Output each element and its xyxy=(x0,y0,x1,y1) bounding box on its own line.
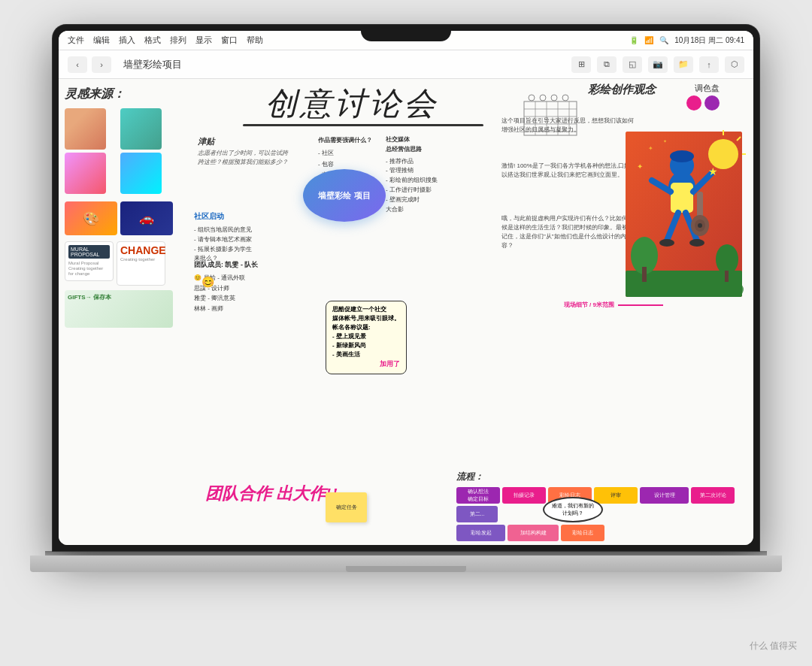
notes-section: 津贴 志愿者付出了少时间，可以尝试跨跨这些？根据预算我们能贴多少？ xyxy=(198,135,288,168)
mural-figure: ★ xyxy=(626,109,746,297)
menubar-right: 🔋 📶 🔍 10月18日 周二 09:41 xyxy=(629,35,744,46)
svg-text:✦: ✦ xyxy=(648,145,653,152)
site-annotation: 现场细节 / 9米范围 xyxy=(564,301,663,309)
svg-point-10 xyxy=(540,95,546,101)
kanban-card-2: 拍摄记录 xyxy=(502,487,546,504)
kanban-row-2: 彩绘发起 加结构构建 彩绘日志 xyxy=(456,525,750,541)
svg-point-35 xyxy=(698,223,702,228)
svg-rect-37 xyxy=(642,267,647,282)
toolbar: ‹ › 墙壁彩绘项目 ⊞ ⧉ ◱ 📷 📁 ↑ ⬡ xyxy=(59,50,753,79)
color-palette: 调色盘 xyxy=(686,83,720,110)
image-graffiti1 xyxy=(120,108,162,150)
left-panel-title: 灵感来源： xyxy=(65,86,173,102)
image-grid xyxy=(65,108,173,194)
menu-window[interactable]: 窗口 xyxy=(221,35,238,46)
right-title: 彩绘创作观念 xyxy=(588,83,656,97)
watermark: 什么 值得买 xyxy=(750,640,797,652)
watermark-site: 值得买 xyxy=(770,640,797,651)
menu-arrange[interactable]: 排列 xyxy=(170,35,186,46)
change-text: CHANGE xyxy=(120,245,162,256)
palette-circle-pink xyxy=(686,95,701,110)
svg-rect-24 xyxy=(671,183,693,213)
share-button[interactable]: ↑ xyxy=(699,56,719,73)
svg-point-11 xyxy=(551,95,557,101)
toolbar-icons: ⊞ ⧉ ◱ 📷 📁 ↑ ⬡ xyxy=(571,56,744,73)
palette-circles xyxy=(686,95,720,110)
bottom-note-bubble: 难道，我们有新的计划吗？ xyxy=(543,497,603,522)
copy-button[interactable]: ⧉ xyxy=(597,56,617,73)
image-people xyxy=(65,108,106,150)
flow-section: 流程： 确认想法确定目标 拍摄记录 彩绘日志 评审 设计管理 第二次讨论 第二.… xyxy=(456,471,750,541)
kanban-card-7: 第二... xyxy=(456,506,498,522)
svg-point-38 xyxy=(716,244,738,274)
mindmap-center: 墙壁彩绘 项目 xyxy=(303,169,386,222)
image-mural xyxy=(120,153,162,194)
camera-button[interactable]: 📷 xyxy=(648,56,668,73)
svg-text:✦: ✦ xyxy=(663,139,667,144)
community-section: 社区启动 - 组织当地居民的意见 - 请专辑本地艺术画家 - 拓展长摄影多为学生… xyxy=(194,210,252,264)
screen: 文件 编辑 插入 格式 排列 显示 窗口 帮助 🔋 📶 🔍 10月18日 周二 … xyxy=(59,31,753,545)
image-colorful: 🎨 xyxy=(65,201,117,235)
main-title: 创意讨论会 xyxy=(265,83,438,125)
doc-section: MURALPROPOSAL Mural ProposalCreating tog… xyxy=(65,241,173,328)
menu-insert[interactable]: 插入 xyxy=(119,35,135,46)
kanban-card-8: 彩绘发起 xyxy=(456,525,505,541)
main-canvas: 创意讨论会 津贴 志愿者付出了少时间，可以尝试跨跨这些？根据预算我们能贴多少？ … xyxy=(175,79,753,545)
status-wifi: 📶 xyxy=(644,36,653,44)
kanban-card-9: 加结构构建 xyxy=(508,525,559,541)
image-graffiti2 xyxy=(65,153,106,194)
smiley-icon: 😊 xyxy=(201,276,214,288)
title-underline xyxy=(243,124,483,126)
menu-view[interactable]: 显示 xyxy=(195,35,212,46)
menu-file[interactable]: 文件 xyxy=(68,35,84,46)
grid-view-button[interactable]: ⊞ xyxy=(571,56,591,73)
laptop-base xyxy=(30,556,782,572)
kanban-card-5: 设计管理 xyxy=(640,487,689,504)
status-battery: 🔋 xyxy=(629,36,638,44)
palette-label: 调色盘 xyxy=(695,83,720,94)
big-team-text: 团队合作 出大作!! xyxy=(205,484,338,504)
social-bubble: 思酷促建立一个社交媒体帐号,用来吸引眼球。帐名各称议题:- 壁上观见景- 新绿新… xyxy=(326,301,407,374)
kanban-board: 确认想法确定目标 拍摄记录 彩绘日志 评审 设计管理 第二次讨论 第二... xyxy=(456,487,750,522)
mindmap-label: 墙壁彩绘 项目 xyxy=(318,190,370,201)
right-desc-3: 哦，与此前提虚构用户实现许们有什么？比如何时候是这样的生活生活？我们把时候的印象… xyxy=(501,214,637,250)
svg-point-30 xyxy=(659,239,674,247)
watermark-prefix: 什么 xyxy=(750,640,768,651)
frame-button[interactable]: ◱ xyxy=(623,56,642,73)
kanban-card-10: 彩绘日志 xyxy=(561,525,604,541)
svg-point-15 xyxy=(708,139,738,169)
svg-point-12 xyxy=(562,95,568,101)
back-button[interactable]: ‹ xyxy=(68,56,87,73)
social-media-section: 社交媒体总经营信思路 - 推荐作品 - 管理推销 - 彩绘前的组织搜集 - 工作… xyxy=(386,135,438,214)
notch xyxy=(361,25,451,41)
image-car: 🚗 xyxy=(120,201,173,235)
svg-point-31 xyxy=(689,239,704,247)
sticky-yellow-1[interactable]: 确定任务 xyxy=(326,492,367,522)
kanban-card-1: 确认想法确定目标 xyxy=(456,487,500,504)
menu-format[interactable]: 格式 xyxy=(144,35,161,46)
laptop-container: 文件 编辑 插入 格式 排列 显示 窗口 帮助 🔋 📶 🔍 10月18日 周二 … xyxy=(38,25,774,641)
canvas-area[interactable]: 灵感来源： 🎨 🚗 xyxy=(59,79,753,545)
folder-button[interactable]: 📁 xyxy=(674,56,693,73)
status-time: 10月18日 周二 09:41 xyxy=(674,35,744,46)
menu-edit[interactable]: 编辑 xyxy=(93,35,110,46)
forward-button[interactable]: › xyxy=(92,56,111,73)
external-button[interactable]: ⬡ xyxy=(725,56,744,73)
svg-text:★: ★ xyxy=(708,165,718,177)
screen-bezel: 文件 编辑 插入 格式 排列 显示 窗口 帮助 🔋 📶 🔍 10月18日 周二 … xyxy=(53,25,759,551)
left-panel: 灵感来源： 🎨 🚗 xyxy=(59,79,179,545)
doc-change[interactable]: CHANGE Creating together xyxy=(117,241,165,286)
doc-mural-proposal[interactable]: MURALPROPOSAL Mural ProposalCreating tog… xyxy=(65,241,114,281)
doc-thumbnail-3[interactable]: GIFTS→ 保存本 xyxy=(65,290,173,328)
document-title: 墙壁彩绘项目 xyxy=(123,58,564,71)
menu-help[interactable]: 帮助 xyxy=(247,35,263,46)
toolbar-nav: ‹ › xyxy=(68,56,111,73)
svg-point-23 xyxy=(670,150,694,162)
svg-point-9 xyxy=(529,95,535,101)
right-desc-1: 这个项目旨在引导大家进行反思，想想我们该如何增强社区的归属感与凝聚力。 xyxy=(501,117,637,135)
kanban-card-4: 评审 xyxy=(594,487,638,504)
kanban-card-6: 第二次讨论 xyxy=(691,487,735,504)
menubar-left: 文件 编辑 插入 格式 排列 显示 窗口 帮助 xyxy=(68,35,619,46)
status-search[interactable]: 🔍 xyxy=(659,36,668,44)
palette-circle-purple xyxy=(704,95,720,110)
